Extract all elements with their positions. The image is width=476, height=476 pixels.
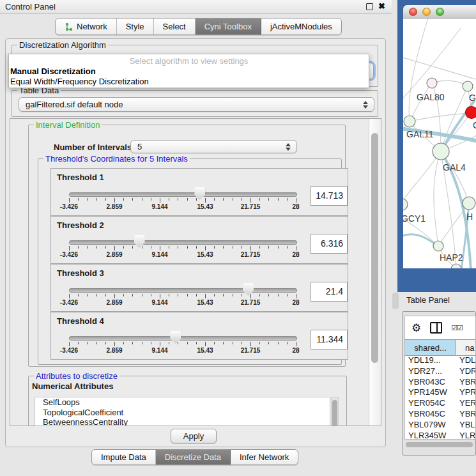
threshold-4-slider-track[interactable] bbox=[69, 336, 297, 341]
tab-jactivemnodules[interactable]: jActiveMNodules bbox=[261, 19, 341, 35]
table-row[interactable]: YBL079WYBL0 bbox=[405, 420, 475, 431]
slider-tick bbox=[151, 342, 151, 344]
node-label-gal80: GAL80 bbox=[417, 92, 445, 102]
slider-tick bbox=[268, 342, 269, 344]
cell-shared-name[interactable]: YBR043C bbox=[405, 377, 456, 388]
tab-select[interactable]: Select bbox=[154, 19, 196, 35]
node-top-right[interactable] bbox=[463, 81, 473, 91]
table-row[interactable]: YLR345WYLR3 bbox=[405, 431, 475, 439]
table-row[interactable]: YBR043CYBR0 bbox=[405, 377, 475, 388]
table-data-combobox[interactable]: galFiltered.sif default node bbox=[19, 97, 374, 112]
attribute-list-item[interactable]: SelfLoops bbox=[35, 397, 330, 408]
node-gcy1[interactable] bbox=[403, 199, 408, 210]
slider-tick bbox=[78, 342, 79, 344]
tab-infer-network[interactable]: Infer Network bbox=[231, 450, 298, 464]
node-gal11[interactable] bbox=[404, 116, 415, 127]
threshold-3-value-field[interactable]: 21.4 bbox=[311, 282, 348, 302]
slider-tick-label: 21.715 bbox=[241, 203, 261, 210]
close-icon[interactable]: ✖ bbox=[378, 3, 385, 10]
threshold-2-value-field[interactable]: 6.316 bbox=[311, 234, 348, 254]
tab-cyni-toolbox[interactable]: Cyni Toolbox bbox=[196, 19, 261, 35]
float-window-icon[interactable] bbox=[366, 3, 373, 10]
minimize-traffic-light-icon[interactable] bbox=[422, 8, 431, 16]
slider-tick bbox=[287, 342, 288, 344]
cell-name[interactable]: YLR3 bbox=[456, 431, 475, 439]
slider-tick bbox=[123, 246, 124, 249]
slider-tick bbox=[242, 294, 242, 296]
slider-tick bbox=[223, 342, 224, 344]
cell-shared-name[interactable]: YDL19... bbox=[405, 355, 456, 366]
cell-shared-name[interactable]: YDR27... bbox=[405, 366, 456, 377]
panel-splitter-handle[interactable] bbox=[392, 293, 399, 309]
attribute-list-item[interactable]: TopologicalCoefficient bbox=[35, 408, 330, 418]
column-header-name[interactable]: na bbox=[456, 340, 475, 355]
column-header-shared-name[interactable]: shared... bbox=[405, 340, 456, 355]
checkboxes-icon[interactable]: ☑☑ bbox=[451, 324, 463, 332]
slider-tick bbox=[223, 198, 224, 201]
cell-name[interactable]: YBL0 bbox=[456, 420, 475, 431]
cell-shared-name[interactable]: YBL079W bbox=[405, 420, 456, 431]
tab-network[interactable]: Network bbox=[56, 19, 117, 35]
cell-name[interactable]: YER0 bbox=[456, 398, 475, 409]
threshold-1-scale: -3.4262.8599.14415.4321.71528 bbox=[69, 198, 296, 212]
number-of-intervals-combobox[interactable]: 5 bbox=[130, 140, 297, 153]
number-of-intervals-value: 5 bbox=[137, 142, 142, 151]
threshold-2-scale: -3.4262.8599.14415.4321.71528 bbox=[69, 246, 296, 260]
cell-name[interactable]: YDR2 bbox=[456, 366, 475, 377]
threshold-3-label: Threshold 3 bbox=[57, 268, 104, 278]
settings-scrollbar-thumb[interactable] bbox=[371, 133, 378, 363]
slider-tick bbox=[69, 294, 70, 298]
popup-item-manual-discretization[interactable]: Manual Discretization bbox=[10, 66, 96, 76]
threshold-3-slider-track[interactable] bbox=[69, 288, 297, 293]
cell-name[interactable]: YDL1 bbox=[456, 355, 475, 366]
threshold-1-slider-track[interactable] bbox=[69, 192, 297, 197]
numerical-attributes-label: Numerical Attributes bbox=[32, 381, 113, 391]
tab-impute-data[interactable]: Impute Data bbox=[92, 450, 156, 464]
threshold-2-slider-track[interactable] bbox=[69, 240, 297, 245]
node-gal4[interactable] bbox=[433, 143, 449, 160]
split-columns-icon[interactable] bbox=[430, 322, 442, 334]
tab-discretize-data[interactable]: Discretize Data bbox=[156, 450, 231, 464]
node-hap2[interactable] bbox=[433, 241, 443, 251]
control-panel-titlebar: Control Panel ✖ bbox=[0, 0, 392, 14]
settings-scrollbar[interactable] bbox=[369, 119, 381, 426]
threshold-1-value-field[interactable]: 14.713 bbox=[311, 186, 348, 206]
table-row[interactable]: YDR27...YDR2 bbox=[405, 366, 475, 377]
slider-tick bbox=[187, 342, 188, 344]
network-canvas[interactable]: GAL80 GA C GAL11 GAL4 GCY1 H HAP2 bbox=[403, 19, 476, 268]
cell-shared-name[interactable]: YPR145W bbox=[405, 387, 456, 398]
slider-tick bbox=[96, 198, 97, 201]
threshold-4-value-field[interactable]: 11.344 bbox=[311, 330, 348, 349]
cell-shared-name[interactable]: YER054C bbox=[405, 398, 456, 409]
table-horizontal-scrollbar[interactable] bbox=[405, 441, 475, 448]
table-row[interactable]: YPR145WYPR1 bbox=[405, 387, 475, 398]
table-row[interactable]: YDL19...YDL1 bbox=[405, 355, 475, 366]
attribute-list-item[interactable]: BetweennessCentrality bbox=[35, 417, 330, 426]
tab-style[interactable]: Style bbox=[117, 19, 154, 35]
close-traffic-light-icon[interactable] bbox=[409, 8, 417, 16]
table-row[interactable]: YBR045CYBR0 bbox=[405, 409, 475, 420]
node-red-selected[interactable] bbox=[466, 107, 476, 119]
cell-shared-name[interactable]: YLR345W bbox=[405, 431, 456, 439]
cell-shared-name[interactable]: YBR045C bbox=[405, 409, 456, 420]
slider-tick bbox=[78, 198, 79, 201]
apply-button[interactable]: Apply bbox=[171, 429, 217, 443]
slider-tick-label: 21.715 bbox=[241, 347, 261, 354]
cell-name[interactable]: YBR0 bbox=[456, 409, 475, 420]
popup-item-equal-width-frequency[interactable]: Equal Width/Frequency Discretization bbox=[10, 77, 149, 86]
table-row[interactable]: YER054CYER0 bbox=[405, 398, 475, 409]
network-graph: GAL80 GA C GAL11 GAL4 GCY1 H HAP2 bbox=[403, 19, 476, 268]
cell-name[interactable]: YPR1 bbox=[456, 387, 475, 398]
node-gal80[interactable] bbox=[427, 78, 437, 88]
node-label-ga: GA bbox=[469, 93, 476, 103]
slider-tick bbox=[160, 342, 160, 346]
cell-name[interactable]: YBR0 bbox=[456, 377, 475, 388]
table-data-value: galFiltered.sif default node bbox=[26, 100, 123, 109]
gear-icon[interactable]: ⚙ bbox=[411, 321, 421, 335]
attributes-list-scrollbar[interactable] bbox=[331, 397, 339, 426]
zoom-traffic-light-icon[interactable] bbox=[436, 8, 444, 16]
numerical-attributes-list[interactable]: SelfLoopsTopologicalCoefficientBetweenne… bbox=[35, 397, 330, 426]
node-right[interactable] bbox=[463, 197, 475, 210]
node-bottom[interactable] bbox=[451, 264, 461, 268]
slider-tick bbox=[196, 294, 197, 296]
